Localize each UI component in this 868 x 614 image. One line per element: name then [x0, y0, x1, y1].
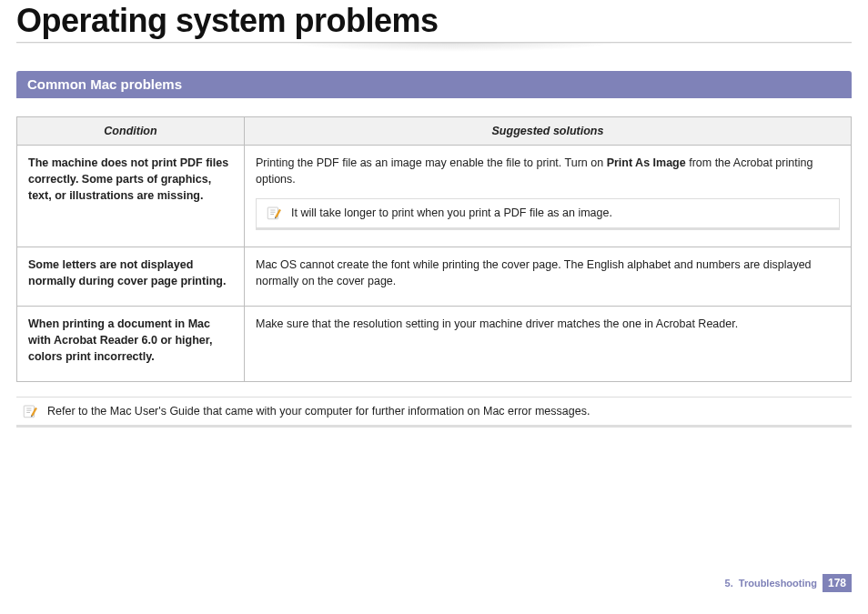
page-number: 178 [823, 574, 852, 592]
cell-solution: Mac OS cannot create the font while prin… [245, 247, 852, 306]
troubleshooting-table: Condition Suggested solutions The machin… [16, 116, 852, 382]
th-condition: Condition [17, 117, 245, 146]
page-footer: 5. Troubleshooting 178 [725, 574, 852, 592]
chapter-label: Troubleshooting [739, 578, 817, 589]
page-title: Operating system problems [16, 2, 852, 40]
cell-condition: The machine does not print PDF files cor… [17, 146, 245, 247]
cell-solution: Make sure that the resolution setting in… [245, 306, 852, 381]
table-row: When printing a document in Mac with Acr… [17, 306, 852, 381]
note-text: It will take longer to print when you pr… [291, 205, 612, 221]
chapter-number: 5. [725, 578, 733, 589]
cell-condition: Some letters are not displayed normally … [17, 247, 245, 306]
footer-note: Refer to the Mac User's Guide that came … [16, 397, 852, 428]
table-row: The machine does not print PDF files cor… [17, 146, 852, 247]
document-page: Operating system problems Common Mac pro… [0, 2, 868, 614]
note-icon [22, 403, 38, 419]
cell-solution: Printing the PDF file as an image may en… [245, 146, 852, 247]
note-icon [266, 205, 282, 221]
solution-text: Printing the PDF file as an image may en… [256, 155, 840, 187]
text: Printing the PDF file as an image may en… [256, 156, 607, 169]
cell-condition: When printing a document in Mac with Acr… [17, 306, 245, 381]
th-solution: Suggested solutions [245, 117, 852, 146]
table-row: Some letters are not displayed normally … [17, 247, 852, 306]
section-header: Common Mac problems [16, 71, 852, 98]
bold-text: Print As Image [607, 156, 686, 169]
title-divider [16, 42, 852, 55]
inline-note: It will take longer to print when you pr… [256, 198, 840, 229]
note-text: Refer to the Mac User's Guide that came … [47, 405, 590, 418]
